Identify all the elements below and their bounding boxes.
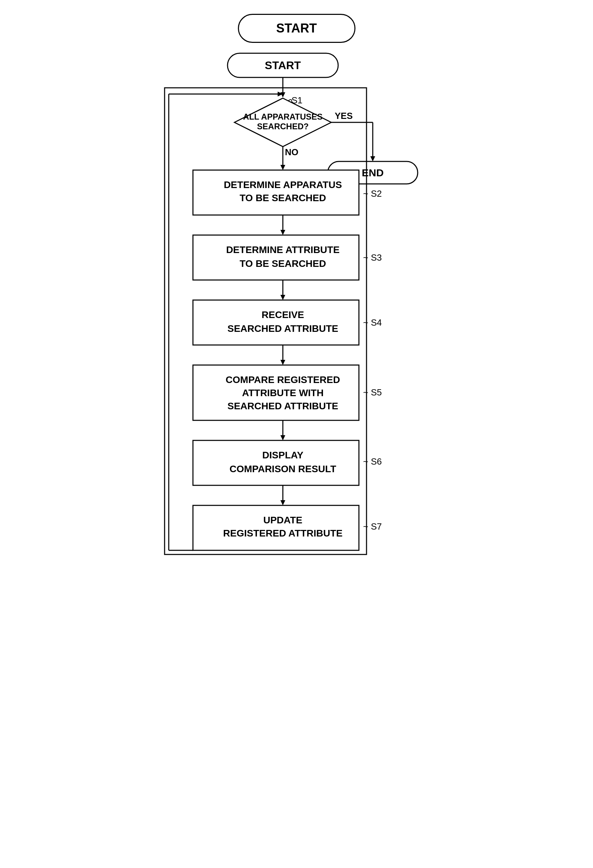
svg-marker-11: [370, 156, 375, 161]
svg-text:~ S6: ~ S6: [363, 456, 382, 466]
svg-rect-29: [193, 300, 359, 345]
svg-text:RECEIVE: RECEIVE: [262, 309, 304, 320]
svg-text:YES: YES: [335, 111, 353, 121]
svg-text:~ S7: ~ S7: [363, 521, 382, 531]
svg-text:DISPLAY: DISPLAY: [262, 450, 303, 461]
svg-text:COMPARISON RESULT: COMPARISON RESULT: [229, 464, 336, 474]
svg-text:~ S3: ~ S3: [363, 252, 382, 263]
flowchart: START START S1 ALL APPARATUSES SEARCHED?…: [141, 14, 452, 855]
svg-text:UPDATE: UPDATE: [263, 515, 302, 526]
svg-text:TO BE SEARCHED: TO BE SEARCHED: [240, 193, 326, 203]
svg-marker-47: [280, 500, 285, 505]
svg-text:COMPARE REGISTERED: COMPARE REGISTERED: [225, 374, 340, 385]
svg-text:NO: NO: [285, 147, 299, 157]
start-label: START: [238, 14, 355, 43]
svg-text:~ S5: ~ S5: [363, 387, 382, 397]
svg-text:~ S4: ~ S4: [363, 317, 382, 328]
diagram-svg: START S1 ALL APPARATUSES SEARCHED? YES E…: [148, 43, 445, 855]
svg-text:ATTRIBUTE WITH: ATTRIBUTE WITH: [242, 388, 324, 398]
svg-marker-3: [280, 92, 285, 97]
svg-text:END: END: [362, 167, 383, 179]
svg-text:TO BE SEARCHED: TO BE SEARCHED: [240, 258, 326, 269]
svg-text:DETERMINE APPARATUS: DETERMINE APPARATUS: [224, 179, 342, 190]
svg-text:SEARCHED?: SEARCHED?: [257, 122, 308, 131]
svg-marker-34: [280, 360, 285, 365]
svg-rect-42: [193, 440, 359, 485]
svg-marker-16: [280, 165, 285, 170]
svg-text:REGISTERED ATTRIBUTE: REGISTERED ATTRIBUTE: [223, 528, 342, 539]
svg-text:START: START: [265, 59, 301, 72]
svg-marker-41: [280, 435, 285, 440]
svg-text:SEARCHED ATTRIBUTE: SEARCHED ATTRIBUTE: [227, 323, 338, 334]
svg-text:SEARCHED ATTRIBUTE: SEARCHED ATTRIBUTE: [227, 401, 338, 411]
svg-text:~ S2: ~ S2: [363, 188, 382, 199]
svg-text:ALL APPARATUSES: ALL APPARATUSES: [243, 112, 322, 121]
svg-marker-28: [280, 295, 285, 300]
svg-marker-22: [280, 230, 285, 235]
svg-rect-23: [193, 235, 359, 280]
svg-text:DETERMINE ATTRIBUTE: DETERMINE ATTRIBUTE: [226, 244, 339, 255]
start-node: START: [238, 14, 355, 43]
